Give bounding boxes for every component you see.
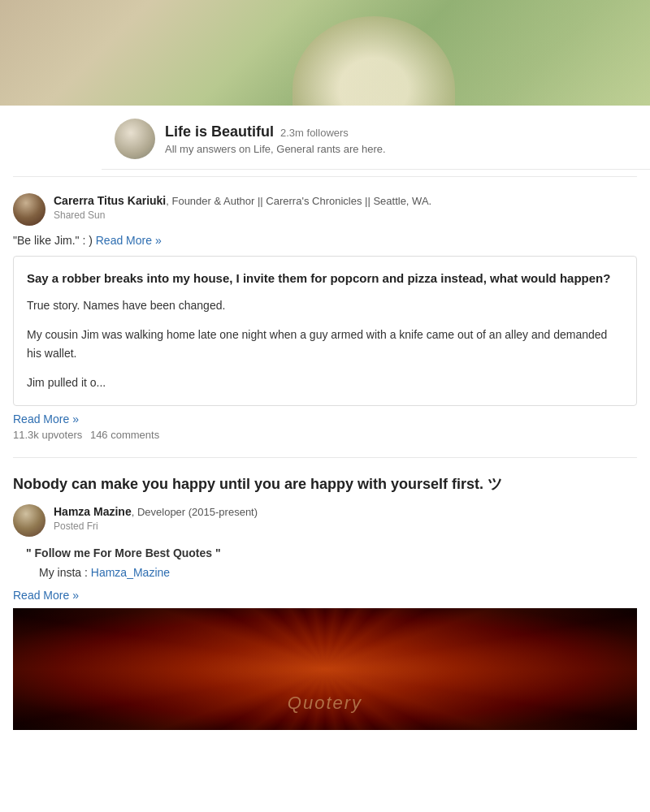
story-p1: True story. Names have been changed.	[27, 296, 623, 314]
post-2-insta-label: My insta :	[39, 566, 88, 579]
channel-name: Life is Beautiful	[165, 123, 274, 140]
channel-text: Life is Beautiful 2.3m followers All my …	[165, 123, 386, 155]
post-1-story-title: Say a robber breaks into my house, I inv…	[27, 270, 623, 287]
post-2-title: Nobody can make you happy until you are …	[13, 474, 637, 495]
post-2: Nobody can make you happy until you are …	[0, 464, 650, 740]
post-1-author-avatar	[13, 193, 46, 226]
channel-info-section: Life is Beautiful 2.3m followers All my …	[102, 106, 650, 170]
story-p2: My cousin Jim was walking home late one …	[27, 326, 623, 362]
post-2-insta-row: My insta : Hamza_Mazine	[26, 566, 637, 579]
post-1-read-more-inline[interactable]: Read More »	[96, 234, 162, 247]
post-2-insta-link[interactable]: Hamza_Mazine	[91, 566, 170, 579]
post-2-author-row: Hamza Mazine, Developer (2015-present) P…	[13, 504, 637, 537]
post-2-quote: " Follow me For More Best Quotes " My in…	[13, 543, 637, 582]
post-2-read-more-link[interactable]: Read More »	[13, 589, 637, 602]
bottom-image-watermark: Quotery	[288, 693, 362, 714]
post-divider	[13, 457, 637, 458]
post-1-excerpt: "Be like Jim." : ) Read More »	[13, 232, 637, 249]
post-2-author-name: Hamza Mazine	[54, 505, 132, 518]
post-1-stats: 11.3k upvoters 146 comments	[13, 429, 637, 441]
post-2-author-avatar	[13, 504, 46, 537]
post-2-meta: Posted Fri	[54, 520, 637, 532]
post-2-quote-text: " Follow me For More Best Quotes "	[26, 546, 637, 559]
post-1-author-row: Carerra Titus Kariuki, Founder & Author …	[13, 193, 637, 226]
post-2-bottom-image: Quotery	[13, 608, 637, 730]
post-1-author-title: , Founder & Author || Carerra's Chronicl…	[166, 195, 431, 207]
header-banner-image	[0, 0, 650, 106]
section-divider	[13, 176, 637, 177]
channel-description: All my answers on Life, General rants ar…	[165, 143, 386, 155]
post-1-upvoters: 11.3k upvoters	[13, 429, 82, 441]
post-1-story-body: True story. Names have been changed. My …	[27, 296, 623, 392]
channel-followers: 2.3m followers	[280, 127, 349, 139]
post-1-comments: 146 comments	[90, 429, 159, 441]
post-2-author-info: Hamza Mazine, Developer (2015-present) P…	[54, 504, 637, 532]
post-1-meta: Shared Sun	[54, 209, 637, 221]
post-1-author-info: Carerra Titus Kariuki, Founder & Author …	[54, 193, 637, 221]
post-1-excerpt-text: "Be like Jim." : )	[13, 234, 93, 247]
post-1-story-box: Say a robber breaks into my house, I inv…	[13, 256, 637, 406]
post-1-read-more-link[interactable]: Read More »	[13, 412, 637, 425]
story-p3: Jim pulled it o...	[27, 374, 623, 391]
post-1: Carerra Titus Kariuki, Founder & Author …	[0, 184, 650, 451]
post-2-author-title: , Developer (2015-present)	[132, 506, 258, 518]
channel-avatar	[115, 119, 155, 159]
post-1-author-name: Carerra Titus Kariuki	[54, 194, 166, 207]
